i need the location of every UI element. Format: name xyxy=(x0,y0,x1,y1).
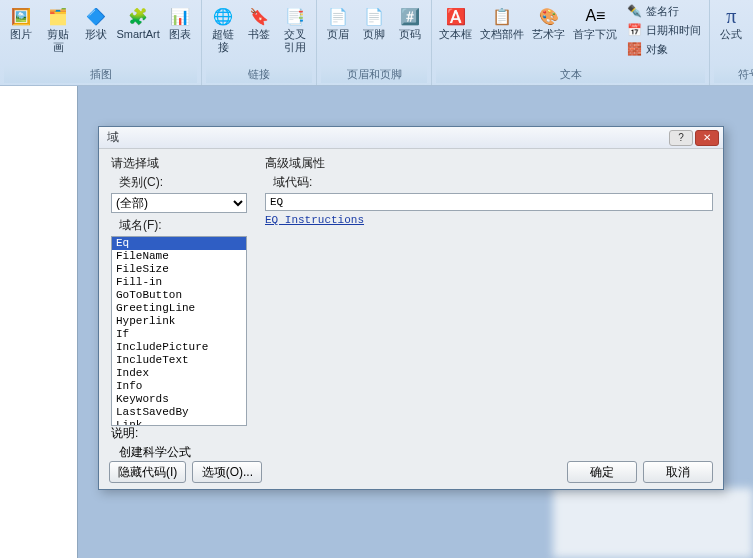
ribbon-group-label: 文本 xyxy=(436,66,705,83)
btn-hyperlink[interactable]: 🌐超链接 xyxy=(206,2,240,56)
picture-icon: 🖼️ xyxy=(9,4,33,28)
category-label: 类别(C): xyxy=(111,174,251,191)
btn-clipart[interactable]: 🗂️剪贴画 xyxy=(40,2,77,56)
wordart-icon: 🎨 xyxy=(537,4,561,28)
dialog-right-column: 高级域属性 域代码: EQ Instructions xyxy=(259,149,723,453)
list-item[interactable]: Keywords xyxy=(112,393,246,406)
close-icon: ✕ xyxy=(703,132,711,143)
pi-icon: π xyxy=(719,4,743,28)
clipart-icon: 🗂️ xyxy=(46,4,70,28)
list-item[interactable]: Eq xyxy=(112,237,246,250)
document-page[interactable] xyxy=(0,86,78,558)
blurred-region xyxy=(553,488,753,558)
btn-bookmark[interactable]: 🔖书签 xyxy=(242,2,276,56)
btn-chart[interactable]: 📊图表 xyxy=(163,2,197,56)
list-item[interactable]: LastSavedBy xyxy=(112,406,246,419)
btn-pagenum[interactable]: #️⃣页码 xyxy=(393,2,427,43)
list-item[interactable]: IncludePicture xyxy=(112,341,246,354)
list-item[interactable]: FileName xyxy=(112,250,246,263)
dropcap-icon: A≡ xyxy=(583,4,607,28)
hide-codes-button[interactable]: 隐藏代码(I) xyxy=(109,461,186,483)
btn-wordart[interactable]: 🎨艺术字 xyxy=(529,2,568,58)
fieldcode-input[interactable] xyxy=(265,193,713,211)
field-dialog: 域 ? ✕ 请选择域 类别(C): (全部) 域名(F): EqFileName… xyxy=(98,126,724,490)
btn-dropcap[interactable]: A≡首字下沉 xyxy=(570,2,620,58)
object-icon: 🧱 xyxy=(626,41,642,57)
signature-icon: ✒️ xyxy=(626,3,642,19)
ribbon-group-label: 插图 xyxy=(4,66,197,83)
help-button[interactable]: ? xyxy=(669,130,693,146)
crossref-icon: 📑 xyxy=(283,4,307,28)
ribbon-group-label: 链接 xyxy=(206,66,312,83)
list-item[interactable]: GreetingLine xyxy=(112,302,246,315)
adv-props-label: 高级域属性 xyxy=(265,155,713,172)
options-button[interactable]: 选项(O)... xyxy=(192,461,262,483)
ribbon-group-symbols: π公式 Ω符号 符号 xyxy=(710,0,753,85)
chart-icon: 📊 xyxy=(168,4,192,28)
list-item[interactable]: Index xyxy=(112,367,246,380)
btn-shapes[interactable]: 🔷形状 xyxy=(79,2,113,56)
description-title: 说明: xyxy=(111,425,191,442)
btn-picture[interactable]: 🖼️图片 xyxy=(4,2,38,56)
btn-datetime[interactable]: 📅日期和时间 xyxy=(622,21,705,39)
dialog-left-column: 请选择域 类别(C): (全部) 域名(F): EqFileNameFileSi… xyxy=(99,149,259,453)
dialog-titlebar[interactable]: 域 ? ✕ xyxy=(99,127,723,149)
btn-smartart[interactable]: 🧩SmartArt xyxy=(115,2,162,56)
ok-button[interactable]: 确定 xyxy=(567,461,637,483)
choose-field-label: 请选择域 xyxy=(111,155,251,172)
btn-quickparts[interactable]: 📋文档部件 xyxy=(477,2,527,58)
btn-signature[interactable]: ✒️签名行 xyxy=(622,2,705,20)
ribbon: 🖼️图片 🗂️剪贴画 🔷形状 🧩SmartArt 📊图表 插图 🌐超链接 🔖书签… xyxy=(0,0,753,86)
textbox-icon: 🅰️ xyxy=(444,4,468,28)
dialog-title: 域 xyxy=(107,129,119,146)
btn-header[interactable]: 📄页眉 xyxy=(321,2,355,43)
list-item[interactable]: Hyperlink xyxy=(112,315,246,328)
cancel-button[interactable]: 取消 xyxy=(643,461,713,483)
bookmark-icon: 🔖 xyxy=(247,4,271,28)
list-item[interactable]: FileSize xyxy=(112,263,246,276)
ribbon-group-text: 🅰️文本框 📋文档部件 🎨艺术字 A≡首字下沉 ✒️签名行 📅日期和时间 🧱对象… xyxy=(432,0,710,85)
ribbon-group-label: 页眉和页脚 xyxy=(321,66,427,83)
list-item[interactable]: If xyxy=(112,328,246,341)
footer-icon: 📄 xyxy=(362,4,386,28)
datetime-icon: 📅 xyxy=(626,22,642,38)
btn-object[interactable]: 🧱对象 xyxy=(622,40,705,58)
instructions-link[interactable]: EQ Instructions xyxy=(265,214,364,226)
hyperlink-icon: 🌐 xyxy=(211,4,235,28)
fieldnames-label: 域名(F): xyxy=(111,217,251,234)
ribbon-group-links: 🌐超链接 🔖书签 📑交叉 引用 链接 xyxy=(202,0,317,85)
dialog-footer: 隐藏代码(I) 选项(O)... 确定 取消 xyxy=(99,455,723,489)
help-icon: ? xyxy=(678,132,684,143)
ribbon-group-illustrations: 🖼️图片 🗂️剪贴画 🔷形状 🧩SmartArt 📊图表 插图 xyxy=(0,0,202,85)
fieldnames-listbox[interactable]: EqFileNameFileSizeFill-inGoToButtonGreet… xyxy=(111,236,247,426)
quickparts-icon: 📋 xyxy=(490,4,514,28)
pagenum-icon: #️⃣ xyxy=(398,4,422,28)
fieldcode-label: 域代码: xyxy=(265,174,713,191)
smartart-icon: 🧩 xyxy=(126,4,150,28)
btn-crossref[interactable]: 📑交叉 引用 xyxy=(278,2,312,56)
btn-equation[interactable]: π公式 xyxy=(714,2,748,43)
list-item[interactable]: GoToButton xyxy=(112,289,246,302)
btn-footer[interactable]: 📄页脚 xyxy=(357,2,391,43)
shapes-icon: 🔷 xyxy=(84,4,108,28)
ribbon-group-headerfooter: 📄页眉 📄页脚 #️⃣页码 页眉和页脚 xyxy=(317,0,432,85)
list-item[interactable]: IncludeText xyxy=(112,354,246,367)
ribbon-group-label: 符号 xyxy=(714,66,753,83)
header-icon: 📄 xyxy=(326,4,350,28)
close-button[interactable]: ✕ xyxy=(695,130,719,146)
category-combo[interactable]: (全部) xyxy=(111,193,247,213)
list-item[interactable]: Fill-in xyxy=(112,276,246,289)
btn-textbox[interactable]: 🅰️文本框 xyxy=(436,2,475,58)
list-item[interactable]: Info xyxy=(112,380,246,393)
